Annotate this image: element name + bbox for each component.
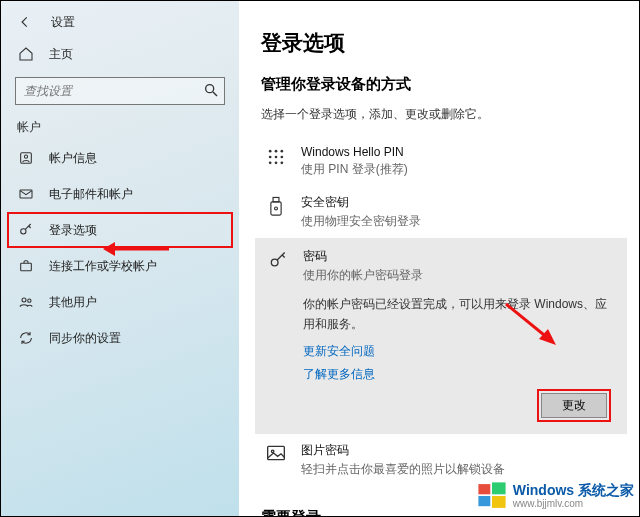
svg-point-6 (22, 298, 26, 302)
sidebar-item-label: 帐户信息 (49, 150, 97, 167)
svg-point-8 (269, 150, 272, 153)
svg-rect-18 (271, 202, 281, 215)
sidebar-item-label: 其他用户 (49, 294, 97, 311)
learn-more-link[interactable]: 了解更多信息 (303, 366, 615, 383)
people-icon (17, 294, 35, 310)
svg-rect-24 (492, 482, 506, 494)
picture-icon (265, 442, 287, 478)
key-icon (17, 222, 35, 238)
manage-hint: 选择一个登录选项，添加、更改或删除它。 (261, 106, 621, 123)
page-title: 登录选项 (261, 29, 621, 57)
watermark: Windows 系统之家 www.bjjmlv.com (475, 479, 634, 513)
sidebar-item-email[interactable]: 电子邮件和帐户 (1, 176, 239, 212)
svg-rect-5 (21, 263, 32, 270)
keypad-icon (265, 145, 287, 178)
svg-rect-23 (478, 484, 490, 494)
svg-rect-26 (492, 496, 506, 508)
briefcase-icon (17, 258, 35, 274)
svg-rect-17 (273, 197, 279, 201)
svg-point-0 (206, 85, 214, 93)
home-label: 主页 (49, 46, 73, 63)
key-icon (267, 248, 289, 284)
back-icon[interactable] (17, 15, 33, 29)
svg-point-16 (281, 162, 284, 165)
annotation-arrow-icon (101, 239, 171, 259)
svg-point-12 (275, 156, 278, 159)
svg-point-7 (28, 299, 31, 302)
mail-icon (17, 186, 35, 202)
sidebar-item-label: 连接工作或学校帐户 (49, 258, 157, 275)
watermark-url: www.bjjmlv.com (513, 498, 634, 510)
svg-rect-3 (20, 190, 32, 198)
svg-point-4 (21, 229, 26, 234)
password-body: 你的帐户密码已经设置完成，可以用来登录 Windows、应用和服务。 (303, 294, 615, 335)
option-pin[interactable]: Windows Hello PIN 使用 PIN 登录(推荐) (261, 137, 621, 186)
svg-rect-21 (268, 446, 285, 459)
option-title: 图片密码 (301, 442, 505, 459)
svg-point-19 (275, 207, 278, 210)
option-title: 安全密钥 (301, 194, 421, 211)
option-desc: 使用物理安全密钥登录 (301, 213, 421, 230)
sidebar-item-sync[interactable]: 同步你的设置 (1, 320, 239, 356)
svg-point-15 (275, 162, 278, 165)
svg-point-13 (281, 156, 284, 159)
option-desc: 使用你的帐户密码登录 (303, 267, 423, 284)
annotation-arrow-icon (501, 299, 561, 349)
search-icon[interactable] (203, 82, 219, 98)
svg-point-11 (269, 156, 272, 159)
sidebar-item-label: 登录选项 (49, 222, 97, 239)
sidebar-item-other-users[interactable]: 其他用户 (1, 284, 239, 320)
watermark-title: Windows 系统之家 (513, 482, 634, 499)
svg-point-2 (24, 155, 27, 158)
sidebar-item-label: 电子邮件和帐户 (49, 186, 133, 203)
svg-point-14 (269, 162, 272, 165)
home-nav[interactable]: 主页 (1, 37, 239, 71)
sidebar-item-label: 同步你的设置 (49, 330, 121, 347)
option-picture-password[interactable]: 图片密码 轻扫并点击你最喜爱的照片以解锁设备 (261, 434, 621, 486)
change-button[interactable]: 更改 (537, 389, 611, 422)
sidebar-item-account-info[interactable]: 帐户信息 (1, 140, 239, 176)
sync-icon (17, 330, 35, 346)
svg-rect-25 (478, 496, 490, 506)
usb-key-icon (265, 194, 287, 230)
settings-title: 设置 (51, 14, 75, 31)
svg-point-10 (281, 150, 284, 153)
option-password[interactable]: 密码 使用你的帐户密码登录 你的帐户密码已经设置完成，可以用来登录 Window… (255, 238, 627, 434)
option-title: 密码 (303, 248, 423, 265)
option-desc: 轻扫并点击你最喜爱的照片以解锁设备 (301, 461, 505, 478)
sidebar-section-label: 帐户 (1, 115, 239, 140)
svg-point-20 (271, 259, 278, 266)
manage-heading: 管理你登录设备的方式 (261, 75, 621, 94)
windows-logo-icon (475, 479, 509, 513)
svg-point-9 (275, 150, 278, 153)
update-security-questions-link[interactable]: 更新安全问题 (303, 343, 615, 360)
option-security-key[interactable]: 安全密钥 使用物理安全密钥登录 (261, 186, 621, 238)
option-desc: 使用 PIN 登录(推荐) (301, 161, 408, 178)
person-icon (17, 150, 35, 166)
search-input[interactable] (15, 77, 225, 105)
option-title: Windows Hello PIN (301, 145, 408, 159)
home-icon (17, 46, 35, 62)
